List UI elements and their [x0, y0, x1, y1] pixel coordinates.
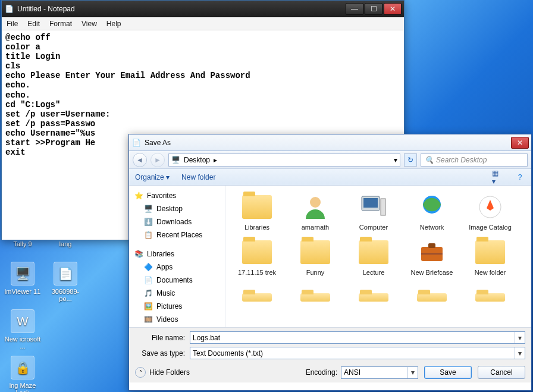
chevron-down-icon[interactable]: ▾: [515, 332, 525, 343]
folder-icon: [357, 238, 390, 266]
file-item-folder[interactable]: [461, 281, 519, 316]
notepad-icon: 📄: [4, 4, 14, 14]
documents-icon: 📄: [143, 275, 153, 285]
file-item-user[interactable]: amarnath: [286, 190, 344, 233]
file-item-folder[interactable]: [228, 281, 286, 316]
notepad-menubar: File Edit Format View Help: [2, 17, 404, 30]
help-button[interactable]: ?: [515, 172, 525, 183]
computer-icon: [357, 193, 390, 221]
nav-music[interactable]: 🎵Music: [131, 287, 222, 300]
file-item-folder[interactable]: Lecture: [344, 236, 403, 278]
forward-button[interactable]: ►: [151, 153, 165, 167]
music-icon: 🎵: [143, 288, 153, 298]
hide-folders-button[interactable]: ˄ Hide Folders: [135, 367, 190, 378]
svg-rect-7: [428, 243, 435, 248]
saveas-title: Save As: [145, 139, 510, 147]
nav-recent[interactable]: 📋Recent Places: [131, 228, 222, 242]
folder-icon: [415, 283, 449, 312]
file-item-folder[interactable]: [344, 281, 403, 316]
file-item-app[interactable]: Image Catalog: [461, 190, 519, 233]
star-icon: ⭐: [134, 191, 143, 200]
minimize-button[interactable]: —: [346, 3, 363, 15]
back-button[interactable]: ◄: [133, 153, 147, 167]
nav-documents[interactable]: 📄Documents: [131, 274, 222, 287]
search-input[interactable]: 🔍 Search Desktop: [421, 153, 528, 167]
file-item-folder[interactable]: [286, 281, 344, 316]
close-button[interactable]: ✕: [384, 3, 402, 15]
folder-icon: [474, 238, 507, 266]
maximize-button[interactable]: ☐: [365, 3, 382, 15]
videos-icon: 🎞️: [143, 315, 153, 324]
chevron-down-icon[interactable]: ▾: [394, 156, 397, 164]
file-item-folder[interactable]: [403, 281, 461, 316]
newfolder-button[interactable]: New folder: [181, 173, 215, 181]
cancel-button[interactable]: Cancel: [478, 366, 525, 379]
nav-apps[interactable]: 🔷Apps: [131, 261, 222, 274]
nav-pictures[interactable]: 🖼️Pictures: [131, 300, 222, 313]
file-item-briefcase[interactable]: New Briefcase: [403, 236, 461, 278]
filename-field[interactable]: [193, 334, 522, 342]
svg-rect-3: [381, 199, 385, 215]
close-button[interactable]: ✕: [511, 137, 529, 149]
chevron-up-icon: ˄: [135, 367, 146, 378]
nav-favorites[interactable]: ⭐Favorites: [131, 189, 222, 202]
menu-format[interactable]: Format: [49, 20, 72, 28]
breadcrumb[interactable]: 🖥️ Desktop ▸ ▾: [168, 153, 400, 167]
menu-file[interactable]: File: [7, 20, 18, 28]
folder-icon: [240, 238, 274, 266]
encoding-label: Encoding:: [306, 368, 337, 377]
desktop-icon[interactable]: WNew icrosoft ...: [4, 309, 42, 350]
nav-desktop[interactable]: 🖥️Desktop: [131, 202, 222, 215]
refresh-button[interactable]: ↻: [404, 153, 417, 167]
nav-libraries[interactable]: 📚Libraries: [131, 247, 222, 261]
file-list[interactable]: Libraries amarnath Computer Network Imag…: [225, 186, 531, 327]
desktop-icon[interactable]: 🔒ing Maze Lock: [4, 356, 42, 392]
savetype-select[interactable]: Text Documents (*.txt) ▾: [190, 347, 525, 359]
save-button[interactable]: Save: [424, 366, 472, 379]
folder-icon: [299, 283, 332, 312]
folder-icon: [474, 283, 507, 312]
menu-help[interactable]: Help: [106, 20, 121, 28]
downloads-icon: ⬇️: [143, 217, 153, 227]
desktop-icon: 🖥️: [171, 156, 180, 164]
menu-edit[interactable]: Edit: [27, 20, 40, 28]
search-icon: 🔍: [425, 156, 434, 164]
recent-icon: 📋: [143, 230, 153, 240]
file-item-libraries[interactable]: Libraries: [228, 190, 286, 233]
filename-input[interactable]: ▾: [190, 331, 525, 344]
user-icon: [299, 193, 332, 221]
notepad-title: Untitled - Notepad: [17, 5, 344, 13]
encoding-select[interactable]: ANSI ▾: [341, 366, 418, 379]
file-item-folder[interactable]: Funny: [286, 236, 344, 278]
app-icon: [474, 193, 507, 221]
file-item-folder[interactable]: 17.11.15 trek: [228, 236, 286, 278]
filename-label: File name:: [135, 334, 190, 342]
desktop-icon: 🖥️: [143, 204, 153, 214]
breadcrumb-item[interactable]: Desktop: [184, 156, 210, 164]
nav-downloads[interactable]: ⬇️Downloads: [131, 215, 222, 228]
network-icon: [415, 193, 449, 221]
apps-icon: 🔷: [143, 262, 153, 272]
menu-view[interactable]: View: [81, 20, 97, 28]
file-item-folder[interactable]: New folder: [461, 236, 519, 278]
nav-videos[interactable]: 🎞️Videos: [131, 313, 222, 326]
desktop-icon[interactable]: 📄3060989-po...: [46, 262, 84, 302]
organize-menu[interactable]: Organize ▾: [135, 173, 170, 181]
file-item-network[interactable]: Network: [403, 190, 461, 233]
notepad-titlebar[interactable]: 📄 Untitled - Notepad — ☐ ✕: [2, 1, 404, 17]
chevron-down-icon[interactable]: ▾: [515, 347, 525, 359]
view-options-button[interactable]: ▦ ▾: [492, 172, 503, 183]
file-item-computer[interactable]: Computer: [344, 190, 403, 233]
svg-rect-8: [421, 253, 443, 255]
folder-icon: [240, 283, 274, 312]
nav-pane: ⭐Favorites 🖥️Desktop ⬇️Downloads 📋Recent…: [129, 186, 225, 327]
saveas-titlebar[interactable]: 📄 Save As ✕: [129, 134, 531, 151]
svg-rect-2: [363, 198, 378, 208]
saveas-icon: 📄: [131, 138, 141, 148]
svg-point-0: [310, 197, 321, 208]
folder-icon: [357, 283, 390, 312]
desktop-icon[interactable]: 🖥️imViewer 11: [4, 262, 42, 295]
chevron-down-icon[interactable]: ▾: [407, 367, 418, 378]
briefcase-icon: [415, 238, 449, 266]
chevron-right-icon[interactable]: ▸: [214, 156, 217, 164]
